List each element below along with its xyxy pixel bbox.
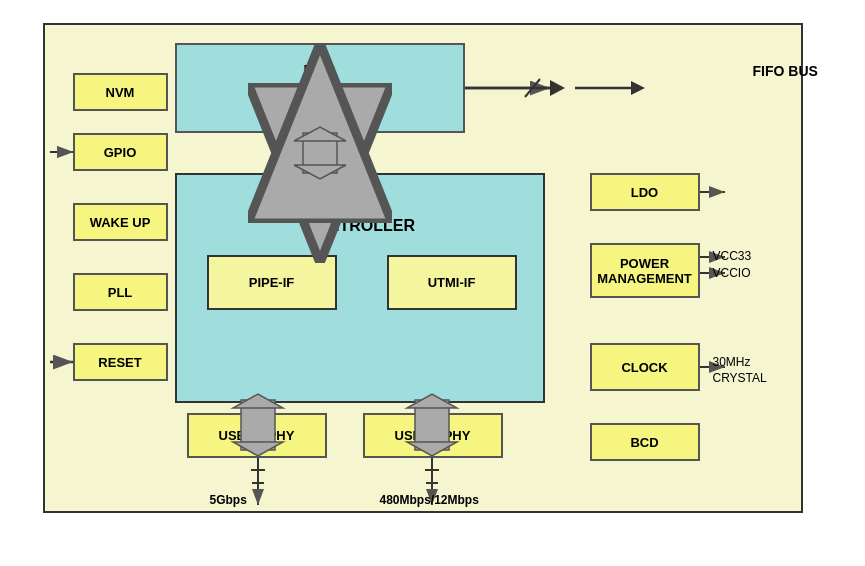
label-crystal: 30MHz CRYSTAL bbox=[713, 355, 767, 386]
label-vcc33: VCC33 bbox=[713, 249, 752, 263]
outer-box: FIFO PROTOCOL MANAGEMENT USB3.0 CONTROLL… bbox=[43, 23, 803, 513]
ldo-block: LDO bbox=[590, 173, 700, 211]
wakeup-block: WAKE UP bbox=[73, 203, 168, 241]
diagram-wrapper: FIFO PROTOCOL MANAGEMENT USB3.0 CONTROLL… bbox=[23, 13, 843, 553]
label-480mbps: 480Mbps/12Mbps bbox=[380, 493, 479, 507]
fifo-label: FIFO PROTOCOL MANAGEMENT bbox=[269, 61, 371, 116]
gpio-block: GPIO bbox=[73, 133, 168, 171]
pll-block: PLL bbox=[73, 273, 168, 311]
fifo-block: FIFO PROTOCOL MANAGEMENT bbox=[175, 43, 465, 133]
svg-marker-13 bbox=[631, 81, 645, 95]
label-vccio: VCCIO bbox=[713, 266, 751, 280]
utmi-if-block: UTMI-IF bbox=[387, 255, 517, 310]
nvm-block: NVM bbox=[73, 73, 168, 111]
clock-block: CLOCK bbox=[590, 343, 700, 391]
svg-marker-11 bbox=[550, 80, 565, 96]
bcd-block: BCD bbox=[590, 423, 700, 461]
usb2-phy-block: USB2.0 PHY bbox=[363, 413, 503, 458]
svg-rect-6 bbox=[303, 133, 337, 173]
fifo-bus-label: FIFO BUS bbox=[753, 63, 818, 79]
svg-line-14 bbox=[525, 79, 540, 97]
power-mgmt-block: POWER MANAGEMENT bbox=[590, 243, 700, 298]
pipe-if-block: PIPE-IF bbox=[207, 255, 337, 310]
usb-controller-label: USB3.0 CONTROLLER bbox=[177, 195, 543, 237]
usb-controller-block: USB3.0 CONTROLLER PIPE-IF UTMI-IF bbox=[175, 173, 545, 403]
label-5gbps: 5Gbps bbox=[210, 493, 247, 507]
usb3-phy-block: USB3.0 PHY bbox=[187, 413, 327, 458]
reset-block: RESET bbox=[73, 343, 168, 381]
